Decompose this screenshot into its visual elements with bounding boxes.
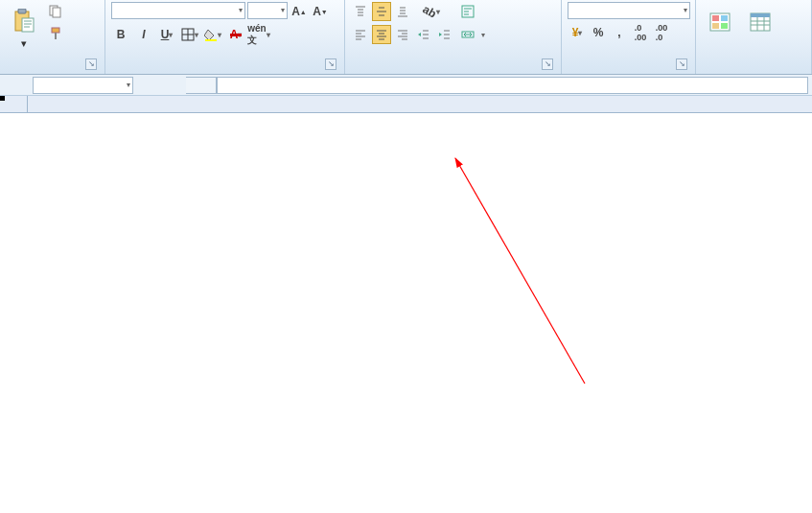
align-middle-button[interactable] (372, 2, 391, 21)
merge-center-button[interactable]: ▾ (458, 25, 487, 44)
group-clipboard: ▾ ↘ (0, 0, 105, 74)
group-styles (696, 0, 812, 74)
svg-rect-9 (230, 34, 242, 36)
svg-rect-2 (22, 18, 34, 32)
cells-grid[interactable] (28, 113, 812, 513)
decrease-font-button[interactable]: A▼ (311, 2, 330, 21)
group-label-styles (702, 57, 805, 72)
column-headers (28, 96, 812, 113)
decrease-indent-button[interactable] (414, 25, 433, 44)
group-font: ▾ ▾ A▲ A▼ B I U▾ ▾ ▾ A (105, 0, 345, 74)
decrease-decimal-button[interactable]: .00.0 (652, 23, 671, 42)
italic-button[interactable]: I (134, 25, 153, 44)
phonetic-button[interactable]: wén文▾ (249, 25, 268, 44)
font-size-combo[interactable]: ▾ (247, 2, 288, 19)
group-label-clipboard: ↘ (6, 57, 99, 72)
svg-rect-13 (712, 15, 719, 21)
chevron-down-icon: ▾ (684, 6, 687, 14)
ribbon: ▾ ↘ (0, 0, 812, 75)
currency-button[interactable]: ¥▾ (568, 23, 587, 42)
chevron-down-icon: ▾ (127, 81, 130, 89)
dialog-launcher-icon[interactable]: ↘ (676, 58, 687, 70)
svg-rect-6 (55, 33, 57, 39)
paste-button[interactable]: ▾ (6, 2, 42, 56)
align-center-button[interactable] (372, 25, 391, 44)
wrap-text-button[interactable] (458, 2, 487, 21)
svg-rect-1 (18, 9, 26, 13)
wrap-icon (460, 4, 476, 19)
align-top-button[interactable] (351, 2, 370, 21)
number-format-combo[interactable]: ▾ (568, 2, 690, 19)
group-alignment: ab▾ ▾ (345, 0, 562, 74)
chevron-down-icon: ▾ (239, 6, 243, 14)
group-label-font: ↘ (111, 57, 338, 72)
increase-decimal-button[interactable]: .0.00 (631, 23, 650, 42)
align-bottom-button[interactable] (393, 2, 412, 21)
name-box[interactable]: ▾ (33, 77, 133, 94)
svg-rect-8 (205, 39, 217, 41)
group-label-alignment: ↘ (351, 57, 555, 72)
svg-rect-5 (52, 28, 59, 33)
group-number: ▾ ¥▾ % , .0.00 .00.0 ↘ (562, 0, 696, 74)
formula-input[interactable] (217, 77, 808, 94)
increase-font-button[interactable]: A▲ (290, 2, 309, 21)
copy-icon (48, 4, 63, 19)
dialog-launcher-icon[interactable]: ↘ (325, 58, 336, 70)
select-all-corner[interactable] (0, 96, 28, 113)
brush-icon (48, 26, 63, 41)
svg-rect-16 (721, 23, 728, 29)
conditional-format-button[interactable] (702, 2, 738, 56)
underline-button[interactable]: U▾ (157, 25, 176, 44)
cond-format-icon (708, 10, 732, 35)
align-right-button[interactable] (393, 25, 412, 44)
format-painter-button[interactable] (46, 24, 68, 43)
percent-button[interactable]: % (589, 23, 608, 42)
chevron-down-icon: ▾ (281, 6, 285, 14)
group-label-number: ↘ (568, 57, 689, 72)
merge-icon (460, 27, 476, 42)
spreadsheet (0, 96, 812, 513)
svg-rect-15 (712, 23, 719, 29)
dialog-launcher-icon[interactable]: ↘ (85, 58, 97, 70)
chevron-down-icon: ▾ (21, 37, 27, 50)
table-format-button[interactable] (742, 2, 778, 56)
svg-rect-14 (721, 15, 728, 21)
copy-button[interactable] (46, 2, 68, 21)
dialog-launcher-icon[interactable]: ↘ (542, 58, 553, 70)
align-left-button[interactable] (351, 25, 370, 44)
font-color-button[interactable]: A ▾ (226, 25, 245, 44)
font-name-combo[interactable]: ▾ (111, 2, 245, 19)
increase-indent-button[interactable] (435, 25, 454, 44)
svg-rect-4 (53, 8, 60, 17)
orientation-button[interactable]: ab▾ (422, 2, 441, 21)
borders-button[interactable]: ▾ (180, 25, 199, 44)
clipboard-icon (12, 9, 36, 34)
fx-button[interactable] (186, 77, 217, 94)
formula-bar: ▾ (0, 75, 812, 96)
svg-rect-18 (751, 13, 770, 17)
table-format-icon (748, 10, 773, 35)
comma-button[interactable]: , (610, 23, 629, 42)
fill-color-button[interactable]: ▾ (203, 25, 222, 44)
bold-button[interactable]: B (111, 25, 130, 44)
